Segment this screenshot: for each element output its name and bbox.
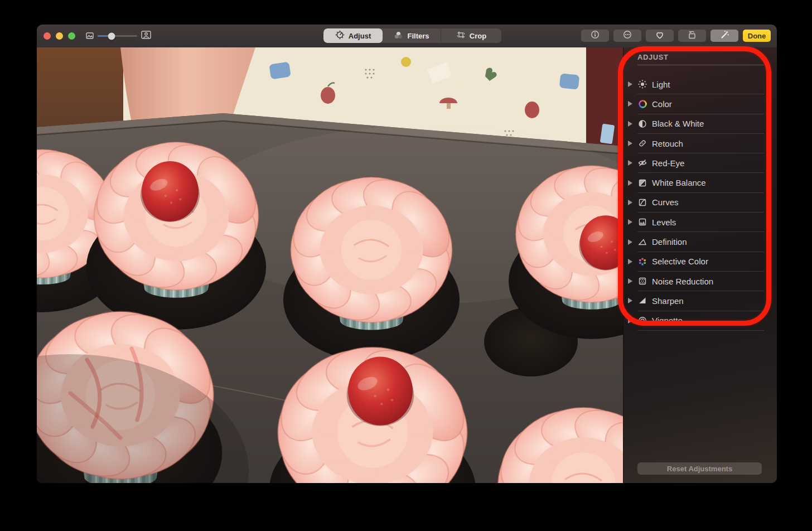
rotate-button[interactable] xyxy=(678,30,706,42)
close-button[interactable] xyxy=(44,32,51,40)
tab-crop[interactable]: Crop xyxy=(441,28,501,43)
tab-adjust[interactable]: Adjust xyxy=(323,28,383,43)
traffic-lights xyxy=(44,32,75,40)
photo-large-icon[interactable] xyxy=(141,31,151,41)
reset-adjustments-button[interactable]: Reset Adjustments xyxy=(637,462,762,475)
adjust-dial-icon xyxy=(335,30,345,41)
tab-filters-label: Filters xyxy=(407,32,429,40)
rotate-icon xyxy=(687,30,697,42)
more-ellipsis-icon xyxy=(622,30,632,42)
auto-enhance-button[interactable] xyxy=(710,30,738,42)
tab-crop-label: Crop xyxy=(470,32,486,40)
more-button[interactable] xyxy=(613,30,641,42)
photos-edit-window: Adjust Filters Crop xyxy=(37,25,777,483)
info-icon xyxy=(590,30,600,42)
photo-canvas xyxy=(37,47,623,483)
zoom-slider-track[interactable] xyxy=(98,35,137,37)
window-titlebar: Adjust Filters Crop xyxy=(37,25,777,48)
photo-small-icon[interactable] xyxy=(86,31,94,41)
crop-icon xyxy=(456,30,466,41)
zoom-slider-control xyxy=(86,25,151,47)
magic-wand-icon xyxy=(719,30,729,42)
done-button[interactable]: Done xyxy=(743,30,771,42)
minimize-button[interactable] xyxy=(56,32,63,40)
tab-adjust-label: Adjust xyxy=(349,32,371,40)
titlebar-tools: Done xyxy=(581,30,771,42)
screenshot-stage: Adjust Filters Crop xyxy=(0,0,812,531)
heart-icon xyxy=(655,30,665,42)
tab-filters[interactable]: Filters xyxy=(383,28,441,43)
favorite-button[interactable] xyxy=(646,30,674,42)
edit-mode-tabs: Adjust Filters Crop xyxy=(323,28,501,43)
red-annotation-oval xyxy=(618,46,771,326)
filters-circles-icon xyxy=(394,31,403,41)
info-button[interactable] xyxy=(581,30,609,42)
fullscreen-button[interactable] xyxy=(68,32,75,40)
zoom-slider-knob[interactable] xyxy=(108,32,115,40)
photo-area xyxy=(37,47,623,483)
